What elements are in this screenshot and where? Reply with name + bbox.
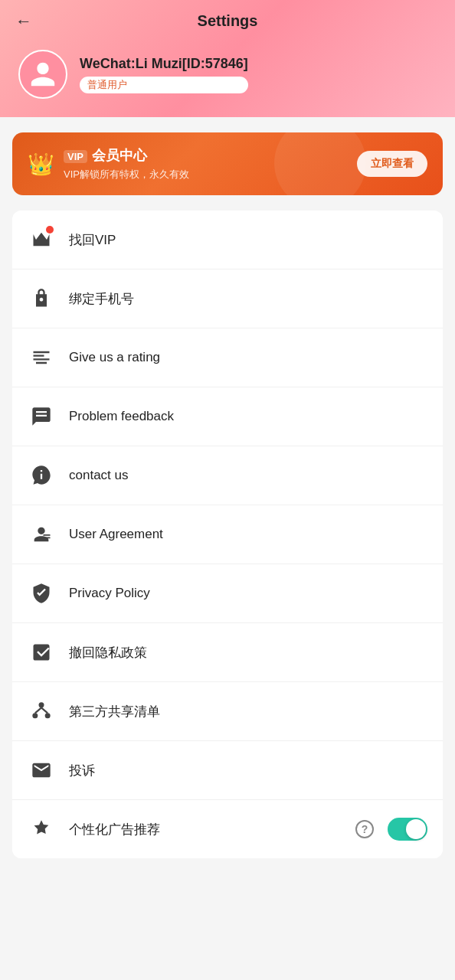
vip-subtitle: VIP解锁所有特权，永久有效 <box>64 168 189 181</box>
menu-label-group-ad: 个性化广告推荐 ? <box>69 820 374 838</box>
menu-label-privacy: Privacy Policy <box>69 586 427 601</box>
avatar-icon <box>28 60 57 89</box>
share-icon <box>28 697 55 725</box>
menu-item-recover-vip[interactable]: 找回VIP <box>12 211 443 270</box>
profile-badge: 普通用户 <box>80 77 248 93</box>
vip-left: 👑 VIP会员中心 VIP解锁所有特权，永久有效 <box>28 146 189 181</box>
profile-info: WeChat:Li Muzi[ID:57846] 普通用户 <box>80 56 248 93</box>
svg-rect-0 <box>43 534 50 536</box>
vip-badge: VIP <box>64 150 87 163</box>
vip-title: VIP会员中心 <box>64 146 189 165</box>
menu-label-user-agreement: User Agreement <box>69 527 427 542</box>
page-title: Settings <box>198 12 258 30</box>
vip-text-block: VIP会员中心 VIP解锁所有特权，永久有效 <box>64 146 189 181</box>
svg-point-2 <box>39 702 44 707</box>
phone-lock-icon <box>28 285 55 312</box>
header-nav: ← Settings <box>0 0 455 42</box>
menu-item-user-agreement[interactable]: User Agreement <box>12 505 443 564</box>
contact-icon <box>28 462 55 489</box>
vip-button[interactable]: 立即查看 <box>357 151 427 177</box>
privacy-icon <box>28 580 55 607</box>
vip-banner[interactable]: 👑 VIP会员中心 VIP解锁所有特权，永久有效 立即查看 <box>12 132 443 195</box>
help-icon[interactable]: ? <box>355 820 374 838</box>
menu-item-privacy[interactable]: Privacy Policy <box>12 564 443 623</box>
menu-item-contact[interactable]: contact us <box>12 446 443 505</box>
profile-name: WeChat:Li Muzi[ID:57846] <box>80 56 248 72</box>
crown-icon: 👑 <box>28 152 54 177</box>
ad-recommend-toggle[interactable] <box>388 818 427 841</box>
rating-icon <box>28 344 55 371</box>
svg-rect-1 <box>43 537 50 539</box>
notification-dot <box>46 226 54 234</box>
menu-item-bind-phone[interactable]: 绑定手机号 <box>12 270 443 328</box>
svg-point-3 <box>32 713 38 718</box>
menu-label-third-party: 第三方共享清单 <box>69 703 427 720</box>
menu-item-complaint[interactable]: 投诉 <box>12 741 443 800</box>
revoke-icon <box>28 639 55 666</box>
content: 👑 VIP会员中心 VIP解锁所有特权，永久有效 立即查看 找回VIP <box>0 117 455 874</box>
ad-icon <box>28 815 55 843</box>
menu-item-revoke-privacy[interactable]: 撤回隐私政策 <box>12 623 443 682</box>
menu-item-third-party[interactable]: 第三方共享清单 <box>12 682 443 741</box>
menu-label-feedback: Problem feedback <box>69 409 427 424</box>
header: ← Settings WeChat:Li Muzi[ID:57846] 普通用户 <box>0 0 455 117</box>
avatar <box>18 50 67 99</box>
menu-list: 找回VIP 绑定手机号 Give us a rating <box>12 211 443 858</box>
mail-icon <box>28 756 55 784</box>
menu-item-ad-recommend[interactable]: 个性化广告推荐 ? <box>12 800 443 858</box>
user-icon <box>28 521 55 548</box>
menu-label-recover-vip: 找回VIP <box>69 231 427 249</box>
menu-item-feedback[interactable]: Problem feedback <box>12 387 443 446</box>
menu-label-revoke-privacy: 撤回隐私政策 <box>69 644 427 662</box>
back-button[interactable]: ← <box>15 11 32 31</box>
svg-point-4 <box>45 713 51 718</box>
menu-label-rate: Give us a rating <box>69 350 427 365</box>
feedback-icon <box>28 403 55 430</box>
menu-label-ad-recommend: 个性化广告推荐 <box>69 821 348 838</box>
svg-line-6 <box>41 707 47 713</box>
toggle-knob <box>406 819 426 839</box>
menu-label-contact: contact us <box>69 468 427 483</box>
profile-section: WeChat:Li Muzi[ID:57846] 普通用户 <box>0 42 455 99</box>
menu-label-bind-phone: 绑定手机号 <box>69 290 427 308</box>
menu-label-complaint: 投诉 <box>69 762 427 779</box>
menu-item-rate[interactable]: Give us a rating <box>12 328 443 387</box>
vip-icon <box>28 226 55 253</box>
svg-line-5 <box>35 707 41 713</box>
